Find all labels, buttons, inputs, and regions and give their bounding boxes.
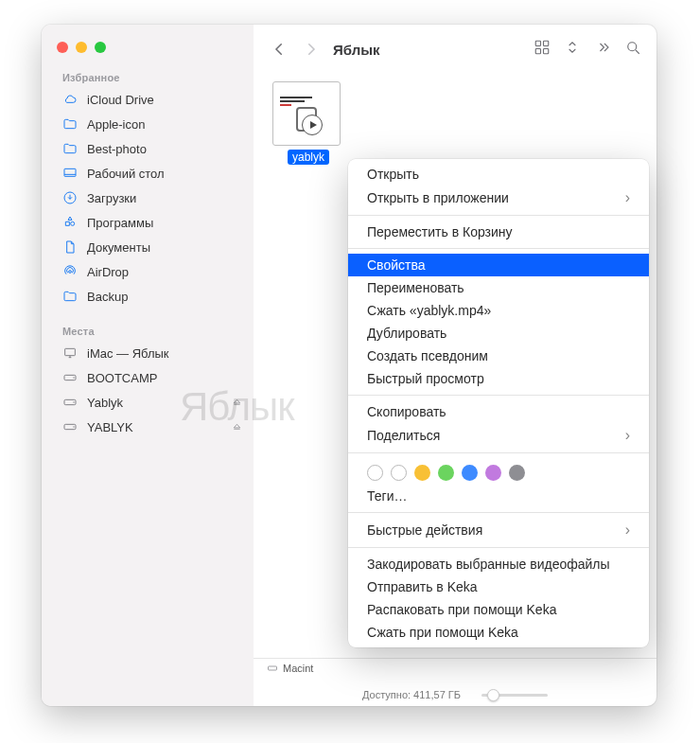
ctx-compress[interactable]: Сжать «yablyk.mp4»	[348, 299, 649, 322]
sidebar-item-label: Backup	[87, 290, 128, 304]
chevron-right-icon: ›	[625, 522, 630, 539]
cloud-icon	[62, 92, 78, 107]
close-button[interactable]	[57, 42, 68, 53]
sidebar-item-downloads[interactable]: Загрузки	[42, 186, 254, 210]
tag-none[interactable]	[367, 465, 383, 481]
separator	[348, 512, 649, 513]
path-bar[interactable]: Macint	[254, 658, 656, 678]
status-text: Доступно: 411,57 ГБ	[362, 689, 461, 700]
tag-blue[interactable]	[462, 465, 478, 481]
disk-icon	[267, 663, 278, 674]
finder-window: Избранное iCloud Drive Apple-icon Best-p…	[42, 25, 656, 706]
folder-icon	[62, 289, 78, 304]
ctx-open[interactable]: Открыть	[348, 163, 649, 186]
status-bar: Доступно: 411,57 ГБ	[254, 689, 656, 700]
separator	[348, 248, 649, 249]
tag-purple[interactable]	[485, 465, 501, 481]
svg-rect-12	[544, 41, 549, 45]
sidebar-item-bootcamp[interactable]: BOOTCAMP	[42, 365, 254, 390]
window-title: Яблык	[333, 42, 380, 58]
svg-point-8	[73, 401, 74, 402]
ctx-tags[interactable]: Теги…	[348, 485, 649, 507]
tag-green[interactable]	[438, 465, 454, 481]
tag-gray[interactable]	[509, 465, 525, 481]
back-button[interactable]	[269, 39, 289, 60]
tag-yellow[interactable]	[414, 465, 430, 481]
toolbar: Яблык	[254, 25, 656, 74]
sidebar-item-yablyk-disk-2[interactable]: YABLYK	[42, 415, 254, 439]
sidebar-item-label: Yablyk	[87, 396, 123, 410]
svg-rect-14	[544, 49, 549, 54]
chevron-right-icon: ›	[625, 427, 630, 444]
minimize-button[interactable]	[76, 42, 87, 53]
forward-button[interactable]	[301, 39, 322, 60]
zoom-button[interactable]	[95, 42, 106, 53]
play-icon	[302, 115, 323, 135]
ctx-tag-colors	[348, 458, 649, 485]
sidebar-section-favorites: Избранное	[42, 68, 254, 87]
sidebar-item-desktop[interactable]: Рабочий стол	[42, 161, 254, 186]
svg-point-15	[628, 43, 637, 51]
separator	[348, 215, 649, 216]
file-item[interactable]: yablyk	[272, 81, 344, 165]
more-button[interactable]	[594, 39, 611, 60]
window-controls	[42, 38, 254, 68]
ctx-send-keka[interactable]: Отправить в Keka	[348, 575, 649, 598]
disk-icon	[62, 395, 78, 410]
ctx-trash[interactable]: Переместить в Корзину	[348, 221, 649, 243]
tag-none-2[interactable]	[391, 465, 407, 481]
ctx-rename[interactable]: Переименовать	[348, 276, 649, 299]
sidebar-item-yablyk-disk[interactable]: Yablyk	[42, 390, 254, 415]
ctx-make-alias[interactable]: Создать псевдоним	[348, 345, 649, 367]
chevron-right-icon: ›	[625, 189, 630, 206]
file-label: yablyk	[288, 150, 329, 165]
view-options-button[interactable]	[534, 39, 551, 60]
sidebar-item-airdrop[interactable]: AirDrop	[42, 259, 254, 284]
sidebar-item-backup[interactable]: Backup	[42, 284, 254, 309]
folder-icon	[62, 116, 78, 132]
ctx-quick-look[interactable]: Быстрый просмотр	[348, 367, 649, 390]
ctx-quick-actions[interactable]: Быстрые действия›	[348, 518, 649, 542]
zoom-slider[interactable]	[481, 694, 548, 697]
svg-rect-4	[65, 348, 76, 355]
download-icon	[62, 190, 78, 205]
file-thumbnail	[272, 81, 341, 146]
sidebar-item-label: AirDrop	[87, 265, 129, 279]
desktop-icon	[62, 166, 78, 181]
sidebar-item-label: Рабочий стол	[87, 167, 165, 181]
sidebar-item-icloud[interactable]: iCloud Drive	[42, 87, 254, 112]
sidebar-item-label: YABLYK	[87, 420, 133, 434]
sidebar-item-documents[interactable]: Документы	[42, 235, 254, 259]
sidebar-item-imac[interactable]: iMac — Яблык	[42, 341, 254, 365]
search-button[interactable]	[624, 39, 641, 60]
file-grid[interactable]: yablyk	[254, 74, 656, 172]
sidebar-item-best-photo[interactable]: Best-photo	[42, 136, 254, 161]
ctx-duplicate[interactable]: Дублировать	[348, 322, 649, 345]
svg-point-10	[73, 426, 74, 427]
folder-icon	[62, 141, 78, 156]
ctx-copy[interactable]: Скопировать	[348, 400, 649, 423]
ctx-compress-keka[interactable]: Сжать при помощи Keka	[348, 621, 649, 644]
ctx-unpack-keka[interactable]: Распаковать при помощи Keka	[348, 598, 649, 621]
content-area: Яблык yablyk Яблык Открыть Открыть в п	[254, 25, 656, 706]
separator	[348, 547, 649, 548]
ctx-open-with[interactable]: Открыть в приложении›	[348, 186, 649, 210]
svg-line-16	[636, 50, 639, 54]
ctx-get-info[interactable]: Свойства	[348, 254, 649, 276]
eject-icon[interactable]	[232, 422, 242, 433]
ctx-share[interactable]: Поделиться›	[348, 423, 649, 448]
sidebar-item-apple-icon[interactable]: Apple-icon	[42, 112, 254, 136]
sidebar: Избранное iCloud Drive Apple-icon Best-p…	[42, 25, 254, 706]
sidebar-section-locations: Места	[42, 322, 254, 341]
ctx-encode-video[interactable]: Закодировать выбранные видеофайлы	[348, 553, 649, 575]
sidebar-item-label: BOOTCAMP	[87, 371, 157, 385]
view-sort-button[interactable]	[564, 39, 581, 60]
svg-rect-17	[269, 666, 277, 670]
sidebar-item-label: iCloud Drive	[87, 93, 154, 107]
sidebar-item-applications[interactable]: Программы	[42, 210, 254, 235]
disk-icon	[62, 419, 78, 434]
sidebar-item-label: Apple-icon	[87, 117, 145, 132]
eject-icon[interactable]	[232, 398, 242, 408]
imac-icon	[62, 345, 78, 361]
separator	[348, 452, 649, 453]
